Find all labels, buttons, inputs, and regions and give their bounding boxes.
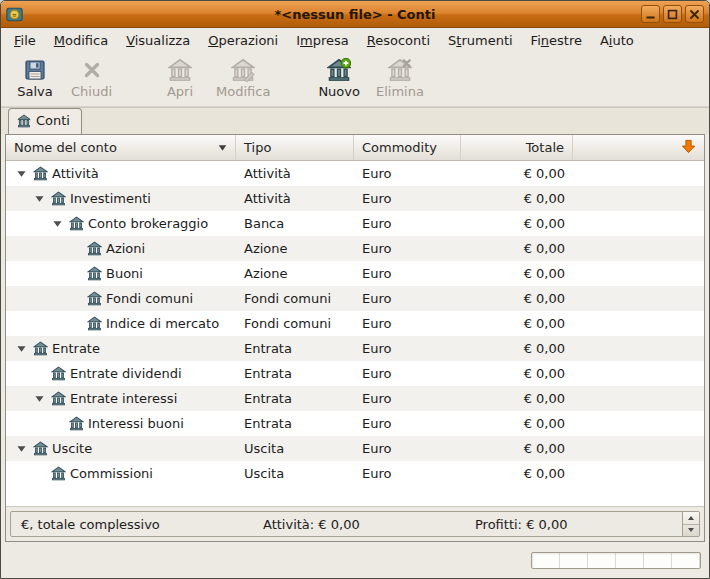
account-name: Indice di mercato xyxy=(106,316,219,331)
table-row[interactable]: AttivitàAttivitàEuro€ 0,00 xyxy=(6,161,704,186)
account-commodity: Euro xyxy=(354,216,461,231)
expander-icon[interactable] xyxy=(50,216,65,231)
account-name: Buoni xyxy=(106,266,143,281)
accounts-tab-icon xyxy=(17,114,31,128)
account-type: Uscita xyxy=(236,466,354,481)
column-header-nome-del-conto[interactable]: Nome del conto xyxy=(6,135,236,160)
toolbar-button-nuovo[interactable]: Nuovo xyxy=(310,55,368,101)
menu-strumenti[interactable]: Strumenti xyxy=(439,31,522,50)
toolbar-button-elimina: Elimina xyxy=(368,55,432,101)
column-label: Tipo xyxy=(244,140,271,155)
menu-aiuto[interactable]: Aiuto xyxy=(591,31,643,50)
account-total: € 0,00 xyxy=(461,166,573,181)
account-total: € 0,00 xyxy=(461,416,573,431)
account-type: Uscita xyxy=(236,441,354,456)
account-icon xyxy=(33,441,48,456)
column-options-arrow-icon[interactable] xyxy=(681,139,696,157)
account-type: Azione xyxy=(236,241,354,256)
expander-spacer xyxy=(50,416,65,431)
toolbar-button-salva[interactable]: Salva xyxy=(7,55,63,101)
toolbar-button-chiudi: Chiudi xyxy=(63,55,120,101)
expander-spacer xyxy=(32,366,47,381)
account-icon xyxy=(87,291,102,306)
menu-modifica[interactable]: Modifica xyxy=(45,31,117,50)
maximize-button[interactable] xyxy=(663,5,682,23)
table-row[interactable]: Entrate interessiEntrataEuro€ 0,00 xyxy=(6,386,704,411)
account-type: Azione xyxy=(236,266,354,281)
table-row[interactable]: AzioniAzioneEuro€ 0,00 xyxy=(6,236,704,261)
summary-assets: Attività: € 0,00 xyxy=(263,517,475,532)
account-total: € 0,00 xyxy=(461,266,573,281)
account-name: Investimenti xyxy=(70,191,151,206)
account-total: € 0,00 xyxy=(461,316,573,331)
column-header-commodity[interactable]: Commodity xyxy=(354,135,461,160)
table-row[interactable]: Indice di mercatoFondi comuniEuro€ 0,00 xyxy=(6,311,704,336)
account-type: Entrata xyxy=(236,391,354,406)
account-type: Fondi comuni xyxy=(236,291,354,306)
summary-bar: €, totale complessivo Attività: € 0,00 P… xyxy=(6,506,704,541)
toolbar: Salva Chiudi Apri Modifica Nuovo Elimina xyxy=(1,52,709,107)
expander-icon[interactable] xyxy=(14,166,29,181)
column-label: Totale xyxy=(526,140,564,155)
new-account-icon xyxy=(327,58,351,82)
account-total: € 0,00 xyxy=(461,341,573,356)
table-row[interactable]: Fondi comuniFondi comuniEuro€ 0,00 xyxy=(6,286,704,311)
menu-visualizza[interactable]: Visualizza xyxy=(117,31,199,50)
tab-conti[interactable]: Conti xyxy=(8,108,82,134)
expander-icon[interactable] xyxy=(32,391,47,406)
table-header: Nome del conto Tipo Commodity Totale xyxy=(6,135,704,161)
expander-spacer xyxy=(68,291,83,306)
account-total: € 0,00 xyxy=(461,291,573,306)
account-commodity: Euro xyxy=(354,341,461,356)
account-commodity: Euro xyxy=(354,441,461,456)
summary-selector-label: €, totale complessivo xyxy=(11,517,263,532)
account-icon xyxy=(33,341,48,356)
account-name: Azioni xyxy=(106,241,145,256)
toolbar-button-label: Salva xyxy=(17,84,53,99)
table-row[interactable]: UsciteUscitaEuro€ 0,00 xyxy=(6,436,704,461)
column-header-totale[interactable]: Totale xyxy=(461,135,573,160)
accounts-page: Nome del conto Tipo Commodity Totale xyxy=(5,134,705,542)
summary-stepper[interactable] xyxy=(682,512,699,536)
table-row[interactable]: EntrateEntrataEuro€ 0,00 xyxy=(6,336,704,361)
table-row[interactable]: Conto brokeraggioBancaEuro€ 0,00 xyxy=(6,211,704,236)
table-row[interactable]: InvestimentiAttivitàEuro€ 0,00 xyxy=(6,186,704,211)
menu-file[interactable]: File xyxy=(5,31,45,50)
table-row[interactable]: Interessi buoniEntrataEuro€ 0,00 xyxy=(6,411,704,436)
table-row[interactable]: CommissioniUscitaEuro€ 0,00 xyxy=(6,461,704,486)
toolbar-button-label: Modifica xyxy=(216,84,270,99)
stepper-up-icon[interactable] xyxy=(683,512,699,525)
progress-bar xyxy=(531,552,701,569)
expander-icon[interactable] xyxy=(14,441,29,456)
menu-resoconti[interactable]: Resoconti xyxy=(358,31,439,50)
tabstrip: Conti xyxy=(1,107,709,134)
menu-impresa[interactable]: Impresa xyxy=(287,31,358,50)
account-commodity: Euro xyxy=(354,241,461,256)
account-name: Interessi buoni xyxy=(88,416,184,431)
account-total: € 0,00 xyxy=(461,241,573,256)
menu-operazioni[interactable]: Operazioni xyxy=(199,31,287,50)
accounts-table-body: AttivitàAttivitàEuro€ 0,00 InvestimentiA… xyxy=(6,161,704,506)
expander-icon[interactable] xyxy=(14,341,29,356)
account-total: € 0,00 xyxy=(461,191,573,206)
menu-finestre[interactable]: Finestre xyxy=(522,31,591,50)
minimize-button[interactable] xyxy=(641,5,660,23)
app-icon xyxy=(6,6,23,23)
account-commodity: Euro xyxy=(354,316,461,331)
edit-account-icon xyxy=(231,58,255,82)
column-header-tipo[interactable]: Tipo xyxy=(236,135,354,160)
account-commodity: Euro xyxy=(354,466,461,481)
expander-icon[interactable] xyxy=(32,191,47,206)
account-icon xyxy=(69,416,84,431)
stepper-down-icon[interactable] xyxy=(683,525,699,537)
table-row[interactable]: BuoniAzioneEuro€ 0,00 xyxy=(6,261,704,286)
window-titlebar[interactable]: *<nessun file> - Conti xyxy=(1,1,709,28)
close-button[interactable] xyxy=(685,5,704,23)
toolbar-button-label: Chiudi xyxy=(71,84,112,99)
window-title: *<nessun file> - Conti xyxy=(1,7,709,22)
table-row[interactable]: Entrate dividendiEntrataEuro€ 0,00 xyxy=(6,361,704,386)
toolbar-button-apri: Apri xyxy=(152,55,208,101)
gnucash-window: *<nessun file> - Conti FileModificaVisua… xyxy=(0,0,710,579)
account-name: Conto brokeraggio xyxy=(88,216,208,231)
account-name: Entrate xyxy=(52,341,100,356)
